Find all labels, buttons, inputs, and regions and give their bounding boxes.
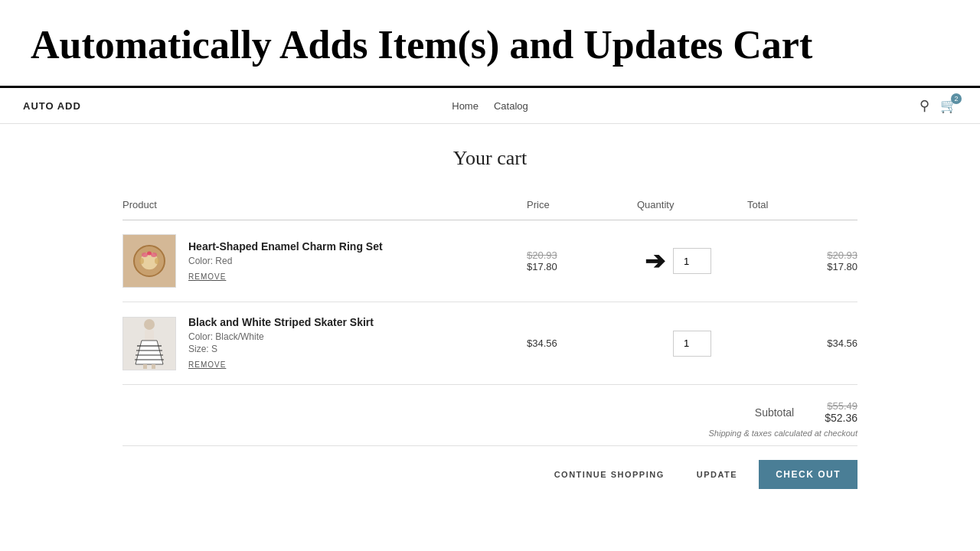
subtotal-sale: $52.36 (825, 412, 858, 424)
cart-icon[interactable]: 🛒 2 (940, 97, 957, 114)
remove-button[interactable]: REMOVE (188, 360, 226, 369)
svg-rect-15 (152, 364, 155, 369)
product-name: Heart-Shaped Enamel Charm Ring Set (188, 240, 383, 253)
col-quantity: Quantity (637, 193, 747, 220)
shipping-note: Shipping & taxes calculated at checkout (709, 429, 858, 438)
col-price: Price (527, 193, 637, 220)
svg-point-6 (155, 258, 159, 264)
subtotal-original: $55.49 (825, 400, 858, 412)
cart-badge: 2 (951, 93, 962, 104)
svg-point-2 (142, 253, 148, 257)
table-row: Heart-Shaped Enamel Charm Ring Set Color… (122, 220, 858, 302)
product-info: Heart-Shaped Enamel Charm Ring Set Color… (188, 240, 383, 282)
main-content: Your cart Product Price Quantity Total (107, 124, 873, 520)
svg-marker-9 (136, 341, 163, 364)
total-cell: $34.56 (747, 302, 858, 385)
nav-brand: AUTO ADD (23, 100, 81, 112)
continue-shopping-button[interactable]: CONTINUE SHOPPING (544, 462, 675, 487)
cart-title: Your cart (122, 147, 858, 170)
skirt-image-svg (126, 317, 172, 370)
total-cell: $20.93 $17.80 (747, 220, 858, 302)
quantity-input[interactable] (673, 331, 711, 357)
total-original: $20.93 (747, 249, 858, 261)
col-total: Total (747, 193, 858, 220)
subtotal-label: Subtotal (755, 406, 794, 419)
nav-link-home[interactable]: Home (452, 100, 479, 112)
svg-point-5 (139, 258, 144, 264)
qty-cell (637, 302, 747, 385)
price-sale: $17.80 (527, 261, 557, 272)
product-size: Size: S (188, 344, 374, 354)
qty-cell: ➔ (637, 220, 747, 302)
svg-point-4 (147, 252, 152, 256)
svg-point-3 (151, 253, 157, 257)
total-sale: $17.80 (747, 261, 858, 272)
product-name: Black and White Striped Skater Skirt (188, 316, 374, 328)
price-normal: $34.56 (527, 337, 637, 349)
price-original: $20.93 (527, 249, 557, 261)
total-normal: $34.56 (747, 337, 858, 349)
cart-table: Product Price Quantity Total (122, 193, 858, 385)
ring-image-svg (126, 238, 172, 284)
product-cell: Heart-Shaped Enamel Charm Ring Set Color… (122, 234, 527, 288)
nav-links: Home Catalog (452, 100, 528, 112)
remove-button[interactable]: REMOVE (188, 272, 226, 281)
cart-actions: CONTINUE SHOPPING UPDATE CHECK OUT (122, 460, 858, 489)
product-color: Color: Black/White (188, 331, 374, 342)
subtotal-row: Subtotal $55.49 $52.36 (755, 400, 858, 424)
subtotal-section: Subtotal $55.49 $52.36 Shipping & taxes … (122, 400, 858, 446)
svg-rect-8 (145, 330, 154, 341)
quantity-input[interactable] (673, 248, 711, 274)
navigation: AUTO ADD Home Catalog ⚲ 🛒 2 (0, 88, 980, 124)
col-product: Product (122, 193, 527, 220)
update-button[interactable]: UPDATE (686, 462, 748, 487)
banner-title: Automatically Adds Item(s) and Updates C… (31, 23, 949, 67)
price-cell: $20.93 $17.80 (527, 220, 637, 302)
banner: Automatically Adds Item(s) and Updates C… (0, 0, 980, 88)
product-color: Color: Red (188, 256, 383, 266)
svg-point-7 (144, 319, 155, 330)
arrow-annotation: ➔ (645, 246, 665, 276)
price-cell: $34.56 (527, 302, 637, 385)
table-row: Black and White Striped Skater Skirt Col… (122, 302, 858, 385)
subtotal-prices: $55.49 $52.36 (825, 400, 858, 424)
svg-rect-14 (143, 364, 147, 369)
checkout-button[interactable]: CHECK OUT (759, 460, 858, 489)
nav-link-catalog[interactable]: Catalog (494, 100, 528, 112)
product-image (122, 234, 176, 288)
search-icon[interactable]: ⚲ (920, 97, 929, 114)
product-image (122, 317, 176, 370)
product-info: Black and White Striped Skater Skirt Col… (188, 316, 374, 370)
nav-icons: ⚲ 🛒 2 (920, 97, 957, 114)
product-cell: Black and White Striped Skater Skirt Col… (122, 316, 527, 370)
